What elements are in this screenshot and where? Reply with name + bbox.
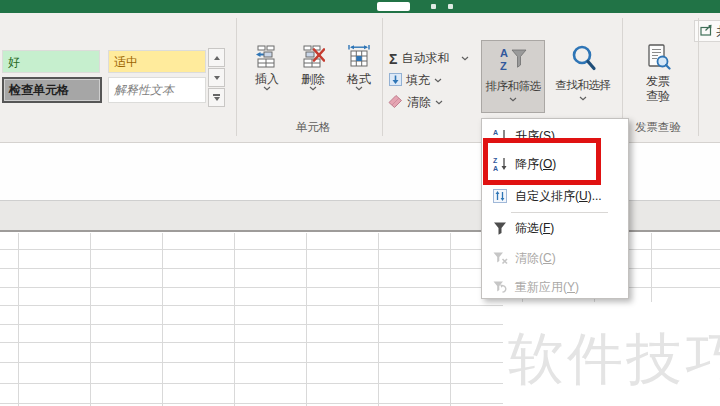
format-button-label: 格式 — [347, 72, 371, 86]
group-divider — [236, 18, 237, 136]
invoice-group-label: 发票查验 — [628, 120, 688, 135]
triangle-up-icon — [214, 56, 220, 60]
menu-item-label: 重新应用(Y) — [515, 279, 579, 296]
menu-item-label: 清除(C) — [515, 250, 556, 267]
cell-style-neutral[interactable]: 适中 — [108, 50, 206, 73]
invoice-check-button[interactable]: 发票 查验 — [633, 44, 683, 104]
eraser-icon — [388, 94, 403, 111]
filter-icon — [491, 220, 509, 236]
autosum-label: 自动求和 — [401, 50, 449, 67]
fill-button[interactable]: 填充 — [389, 72, 442, 89]
custom-sort-icon — [491, 188, 509, 204]
format-cells-icon — [347, 44, 371, 72]
gridline — [234, 233, 235, 406]
invoice-button-label-line1: 发票 — [646, 74, 670, 89]
gallery-scroll-down-button[interactable] — [208, 68, 225, 87]
title-bar — [0, 0, 720, 13]
sort-filter-icon: AZ — [498, 45, 528, 77]
sort-filter-label: 排序和筛选 — [486, 79, 541, 93]
clear-label: 清除 — [407, 94, 431, 111]
titlebar-search-remnant[interactable] — [377, 2, 410, 11]
invoice-button-label-line2: 查验 — [646, 89, 670, 104]
share-label: 共享 — [716, 23, 720, 40]
svg-text:A: A — [493, 129, 498, 136]
find-select-button[interactable]: 查找和选择 — [548, 40, 618, 116]
triangle-down-icon — [214, 76, 220, 80]
menu-item-filter[interactable]: 筛选(F) — [483, 215, 627, 241]
gridline — [378, 233, 379, 406]
insert-button-label: 插入 — [255, 72, 279, 86]
menu-item-label: 自定义排序(U)... — [515, 188, 602, 205]
gridline — [162, 233, 163, 406]
cell-style-explanatory-text[interactable]: 解释性文本 — [108, 77, 206, 103]
svg-text:Z: Z — [500, 60, 507, 72]
triangle-down-icon — [214, 97, 220, 101]
watermark-block: 软件技巧 — [503, 302, 720, 406]
titlebar-icon — [431, 4, 436, 9]
invoice-check-icon — [645, 44, 671, 74]
menu-separator — [511, 212, 608, 213]
fill-label: 填充 — [406, 72, 430, 89]
chevron-down-icon — [579, 96, 587, 101]
cell-style-good[interactable]: 好 — [2, 50, 100, 73]
titlebar-icon — [448, 4, 453, 9]
gallery-scroll-up-button[interactable] — [208, 48, 225, 67]
gridline — [18, 233, 19, 406]
menu-item-custom-sort[interactable]: 自定义排序(U)... — [483, 183, 627, 209]
find-select-label: 查找和选择 — [556, 78, 611, 92]
watermark-text: 软件技巧 — [508, 322, 720, 398]
group-divider — [698, 18, 699, 136]
more-styles-icon — [213, 94, 220, 96]
menu-item-clear-filter[interactable]: 清除(C) — [483, 245, 627, 271]
menu-item-reapply[interactable]: 重新应用(Y) — [483, 275, 627, 299]
gridline — [450, 233, 451, 406]
clear-filter-icon — [491, 250, 509, 266]
chevron-down-icon — [461, 56, 469, 61]
cells-group-label: 单元格 — [258, 120, 368, 135]
chevron-down-icon — [435, 100, 443, 105]
chevron-down-icon — [309, 86, 317, 91]
clear-button[interactable]: 清除 — [388, 94, 443, 111]
delete-button-label: 删除 — [301, 72, 325, 86]
autosum-icon: Σ — [389, 51, 397, 67]
svg-text:A: A — [500, 47, 508, 59]
chevron-down-icon — [263, 86, 271, 91]
annotation-highlight-box — [483, 138, 601, 185]
gridline — [306, 233, 307, 406]
autosum-button[interactable]: Σ 自动求和 — [389, 50, 469, 67]
gallery-more-button[interactable] — [208, 88, 225, 107]
chevron-down-icon — [509, 97, 517, 102]
chevron-down-icon — [355, 86, 363, 91]
fill-down-icon — [389, 73, 402, 89]
excel-window: P Q R S T U X Y 软件技巧 — [0, 0, 720, 406]
cell-style-check-cell[interactable]: 检查单元格 — [2, 77, 102, 103]
group-divider — [382, 18, 383, 136]
sort-filter-button[interactable]: AZ 排序和筛选 — [481, 40, 545, 113]
insert-cells-icon — [255, 44, 279, 72]
delete-cells-button[interactable]: 删除 — [292, 44, 334, 91]
chevron-down-icon — [434, 78, 442, 83]
share-icon — [700, 24, 713, 39]
delete-cells-icon — [301, 44, 325, 72]
insert-cells-button[interactable]: 插入 — [246, 44, 288, 91]
reapply-filter-icon — [491, 279, 509, 295]
format-cells-button[interactable]: 格式 — [338, 44, 380, 91]
find-select-icon — [569, 43, 597, 77]
gridline — [90, 233, 91, 406]
menu-item-label: 筛选(F) — [515, 220, 554, 237]
